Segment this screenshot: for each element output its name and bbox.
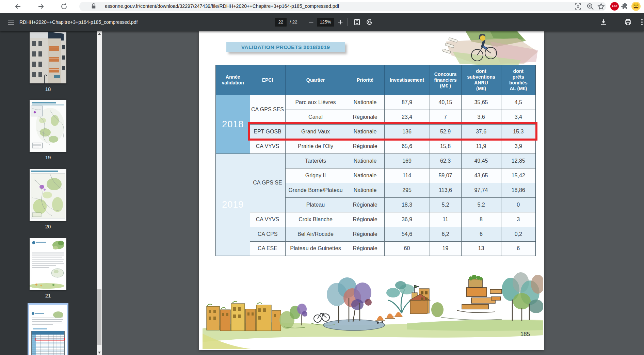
- zoom-level-input[interactable]: 125%: [317, 18, 334, 27]
- anru-cell: 5,2: [461, 197, 501, 212]
- zoom-in-pdf-icon[interactable]: [337, 18, 344, 26]
- page-number-input[interactable]: 22: [275, 18, 287, 27]
- table-row: CA CPS Bel Air/Rocade Régionale 54,6 6,2…: [216, 227, 536, 241]
- profile-avatar[interactable]: 😃: [631, 2, 641, 11]
- section-title-badge: VALIDATION PROJETS 2018/2019: [226, 42, 345, 52]
- epci-cell: CA GPS SE: [250, 154, 285, 212]
- quartier-cell: Plateau de Guinettes: [285, 241, 346, 256]
- concours-cell: 5,2: [430, 197, 461, 212]
- thumbnail-page-19[interactable]: [30, 100, 66, 152]
- back-icon[interactable]: [14, 2, 22, 11]
- projects-table: Année validation EPCI Quartier Priorité …: [215, 65, 536, 256]
- forward-icon[interactable]: [37, 2, 45, 11]
- priorite-cell: Nationale: [346, 183, 384, 197]
- col-header-annee: Année validation: [216, 65, 250, 95]
- building-photo: [30, 32, 66, 83]
- epci-cell: CA VYVS: [250, 212, 285, 227]
- quartier-cell: Croix Blanche: [285, 212, 346, 227]
- epci-cell: CA GPS SES: [250, 95, 285, 124]
- abp-extension-icon[interactable]: ABP: [610, 2, 619, 11]
- anru-cell: 43,65: [461, 168, 501, 183]
- more-icon[interactable]: [638, 18, 644, 26]
- thumbnail-page-21[interactable]: [30, 238, 66, 290]
- quartier-cell: Grigny II: [285, 168, 346, 183]
- download-icon[interactable]: [599, 18, 608, 26]
- thumbnail-page-20[interactable]: [30, 169, 66, 221]
- table-row: 2018 CA GPS SES Parc aux Lièvres Nationa…: [216, 95, 536, 110]
- quartier-cell: Tarterêts: [285, 154, 346, 168]
- village-illustration: [203, 269, 543, 349]
- quartier-cell: Parc aux Lièvres: [285, 95, 346, 110]
- anru-cell: 8: [461, 212, 501, 227]
- padlock-icon[interactable]: [91, 3, 97, 9]
- url-text[interactable]: essonne.gouv.fr/content/download/32297/2…: [105, 3, 339, 9]
- thumbnail-page-22-selected[interactable]: [28, 303, 68, 355]
- invest-cell: 36,9: [384, 212, 430, 227]
- concours-cell: 6,2: [430, 227, 461, 241]
- priorite-cell: Régionale: [346, 139, 384, 154]
- col-header-priorite: Priorité: [346, 65, 384, 95]
- invest-cell: 65,6: [384, 139, 430, 154]
- scroll-down-icon[interactable]: [97, 350, 102, 355]
- pdf-page-number: 185: [512, 331, 539, 338]
- page-count-label: / 22: [290, 19, 297, 25]
- print-icon[interactable]: [624, 18, 632, 26]
- toolbar-divider: [304, 18, 304, 26]
- quartier-cell: Prairie de l’Oly: [285, 139, 346, 154]
- pdf-viewer: VALIDATION PROJETS 2018/2019: [102, 31, 644, 355]
- zoom-in-icon[interactable]: [586, 2, 594, 11]
- priorite-cell: Régionale: [346, 241, 384, 256]
- col-header-anru: dont subventions ANRU (M€): [461, 65, 501, 95]
- priorite-cell: Régionale: [346, 227, 384, 241]
- concours-cell: 59,07: [430, 168, 461, 183]
- epci-cell: CA CPS: [250, 227, 285, 241]
- priorite-cell: Nationale: [346, 168, 384, 183]
- table-page-mini: [29, 305, 67, 355]
- invest-cell: 87,9: [384, 95, 430, 110]
- table-row: CA VYVS Prairie de l’Oly Régionale 65,6 …: [216, 139, 536, 154]
- quartier-cell: Grande Borne/Plateau: [285, 183, 346, 197]
- menu-icon[interactable]: [7, 18, 15, 26]
- prets-cell: 18,86: [501, 183, 536, 197]
- thumbnail-label-19: 19: [30, 155, 66, 160]
- prets-cell: 15,42: [501, 168, 536, 183]
- prets-cell: 0,2: [501, 227, 536, 241]
- invest-cell: 54,6: [384, 227, 430, 241]
- concours-cell: 62,3: [430, 154, 461, 168]
- scroll-up-icon[interactable]: [97, 31, 102, 36]
- prets-cell: 3: [501, 212, 536, 227]
- concours-cell: 11: [430, 212, 461, 227]
- invest-cell: 295: [384, 183, 430, 197]
- scrollbar-thumb[interactable]: [97, 289, 101, 345]
- table-header-row: Année validation EPCI Quartier Priorité …: [216, 65, 536, 95]
- anru-cell: 11,9: [461, 139, 501, 154]
- thumbnail-label-18: 18: [30, 86, 66, 92]
- grid-icon[interactable]: [574, 2, 582, 11]
- table-row: CA ESE Plateau de Guinettes Régionale 60…: [216, 241, 536, 256]
- puzzle-icon[interactable]: [621, 2, 629, 11]
- thumbnail-label-20: 20: [30, 224, 66, 229]
- epci-cell: CA VYVS: [250, 139, 285, 154]
- priorite-cell: Nationale: [346, 95, 384, 110]
- anru-cell: 97,74: [461, 183, 501, 197]
- table-row: 2019 CA GPS SE Tarterêts Nationale 169 6…: [216, 154, 536, 168]
- invest-cell: 169: [384, 154, 430, 168]
- thumbnail-page-18[interactable]: [30, 32, 66, 83]
- zoom-out-icon[interactable]: [307, 18, 315, 26]
- browser-toolbar: essonne.gouv.fr/content/download/32297/2…: [0, 0, 644, 13]
- sidebar-scrollbar[interactable]: [97, 31, 102, 355]
- anru-cell: 6: [461, 227, 501, 241]
- col-header-concours: Concours financiers (M€ ): [430, 65, 461, 95]
- reload-icon[interactable]: [60, 2, 68, 11]
- thumbnail-sidebar: 18 19: [0, 31, 97, 355]
- star-icon[interactable]: [597, 2, 605, 11]
- rotate-icon[interactable]: [365, 18, 373, 26]
- text-page: [30, 238, 66, 290]
- concours-cell: 19: [430, 241, 461, 256]
- toolbar-divider: [348, 18, 348, 26]
- concours-cell: 40,15: [430, 95, 461, 110]
- prets-cell: 0: [501, 197, 536, 212]
- fit-page-icon[interactable]: [353, 18, 361, 26]
- highlight-rectangle: [248, 122, 537, 141]
- priorite-cell: Nationale: [346, 154, 384, 168]
